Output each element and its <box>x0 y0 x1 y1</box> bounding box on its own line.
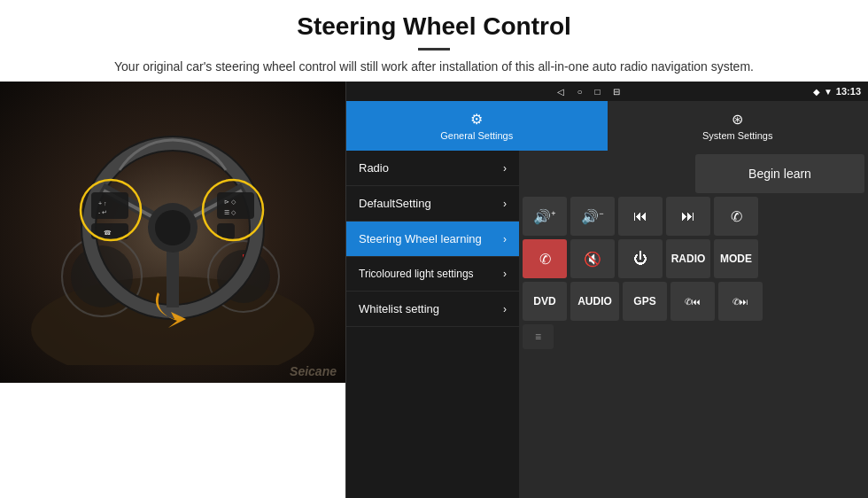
tab-system[interactable]: ⊛ System Settings <box>608 101 869 151</box>
screenshot-icon[interactable]: ⊟ <box>613 87 620 97</box>
vol-up-button[interactable]: 🔊+ <box>523 197 567 236</box>
tel-next-button[interactable]: ✆⏭ <box>718 282 763 321</box>
android-panel-wrapper: ◁ ○ □ ⊟ ◆ ▼ 13:13 ⚙ General Sett <box>345 82 868 498</box>
car-background: + ↑ - ↵ ☎ ⊳ ◇ ☰ ◇ Seicane <box>0 82 345 383</box>
control-row-3: DVD AUDIO GPS ✆⏮ <box>523 282 864 321</box>
menu-arrow-steering: › <box>503 233 507 245</box>
svg-text:⊳ ◇: ⊳ ◇ <box>224 198 236 205</box>
menu-item-default[interactable]: DefaultSetting › <box>346 186 519 222</box>
tel-prev-button[interactable]: ✆⏮ <box>670 282 715 321</box>
subtitle: Your original car's steering wheel contr… <box>18 58 850 76</box>
svg-rect-19 <box>217 192 254 219</box>
system-settings-icon: ⊛ <box>732 111 743 128</box>
menu-arrow-tricoloured: › <box>503 268 507 280</box>
title-divider <box>418 48 450 51</box>
dvd-button[interactable]: DVD <box>523 282 567 321</box>
page-wrapper: Steering Wheel Control Your original car… <box>0 0 868 498</box>
svg-text:☎: ☎ <box>104 230 112 236</box>
power-button[interactable]: ⏻ <box>618 239 663 278</box>
menu-arrow-radio: › <box>503 162 507 175</box>
menu-tricoloured-label: Tricoloured light settings <box>359 268 474 280</box>
prev-track-icon: ⏮ <box>633 208 647 224</box>
header-section: Steering Wheel Control Your original car… <box>0 0 868 82</box>
svg-point-13 <box>155 210 190 245</box>
menu-steering-label: Steering Wheel learning <box>359 232 482 245</box>
begin-learn-spacer <box>523 154 692 193</box>
location-icon: ◆ <box>813 87 820 97</box>
car-image-panel: + ↑ - ↵ ☎ ⊳ ◇ ☰ ◇ Seicane <box>0 82 345 383</box>
mute-button[interactable]: 🔇 <box>570 239 615 278</box>
tab-system-label: System Settings <box>702 130 772 141</box>
svg-text:+ ↑: + ↑ <box>98 200 107 206</box>
audio-button[interactable]: AUDIO <box>570 282 619 321</box>
status-icons-right: ◆ ▼ 13:13 <box>813 86 861 97</box>
begin-learn-button[interactable]: Begin learn <box>695 154 864 193</box>
mute-icon: 🔇 <box>584 251 601 268</box>
recents-icon[interactable]: □ <box>594 87 600 97</box>
tel-prev-icon: ✆⏮ <box>685 297 701 307</box>
steering-wheel-svg: + ↑ - ↵ ☎ ⊳ ◇ ☰ ◇ <box>31 99 314 365</box>
menu-arrow-whitelist: › <box>503 303 507 315</box>
signal-icon: ▼ <box>824 87 833 97</box>
svg-text:☰ ◇: ☰ ◇ <box>224 209 236 215</box>
mode-label: MODE <box>720 253 752 265</box>
home-icon[interactable]: ○ <box>577 87 582 97</box>
next-track-icon: ⏭ <box>681 208 695 224</box>
menu-default-label: DefaultSetting <box>359 197 431 210</box>
menu-item-steering[interactable]: Steering Wheel learning › <box>346 222 519 257</box>
menu-whitelist-label: Whitelist setting <box>359 302 439 315</box>
vol-down-icon: 🔊− <box>581 208 603 225</box>
radio-button[interactable]: RADIO <box>666 239 710 278</box>
list-button[interactable]: ≡ <box>523 324 554 349</box>
vol-up-icon: 🔊+ <box>533 208 555 225</box>
svg-rect-14 <box>91 192 128 219</box>
main-content: Radio › DefaultSetting › Steering Wheel … <box>346 151 868 498</box>
status-time: 13:13 <box>836 86 861 97</box>
begin-learn-row: Begin learn <box>523 154 864 193</box>
control-row-2: ✆ 🔇 ⏻ RADIO MOD <box>523 239 864 278</box>
back-icon[interactable]: ◁ <box>557 87 564 97</box>
phone-answer-button[interactable]: ✆ <box>714 197 758 236</box>
general-settings-icon: ⚙ <box>470 111 483 128</box>
menu-item-tricoloured[interactable]: Tricoloured light settings › <box>346 257 519 292</box>
menu-item-whitelist[interactable]: Whitelist setting › <box>346 292 519 327</box>
phone-icon: ✆ <box>731 208 742 225</box>
mode-button[interactable]: MODE <box>714 239 758 278</box>
control-row-1: 🔊+ 🔊− ⏮ ⏭ ✆ <box>523 197 864 236</box>
prev-track-button[interactable]: ⏮ <box>618 197 663 236</box>
menu-item-radio[interactable]: Radio › <box>346 151 519 186</box>
content-section: + ↑ - ↵ ☎ ⊳ ◇ ☰ ◇ Seicane <box>0 82 868 498</box>
tab-bar: ⚙ General Settings ⊛ System Settings <box>346 101 868 151</box>
gps-button[interactable]: GPS <box>623 282 667 321</box>
control-row-4: ≡ <box>523 324 864 349</box>
control-panel: Begin learn 🔊+ 🔊− ⏮ <box>519 151 868 498</box>
status-bar: ◁ ○ □ ⊟ ◆ ▼ 13:13 <box>346 82 868 101</box>
tab-general-label: General Settings <box>440 130 513 141</box>
android-panel: ◁ ○ □ ⊟ ◆ ▼ 13:13 ⚙ General Sett <box>345 82 868 498</box>
svg-text:- ↵: - ↵ <box>98 209 107 215</box>
tab-general[interactable]: ⚙ General Settings <box>346 101 608 151</box>
list-icon: ≡ <box>535 331 541 343</box>
menu-panel: Radio › DefaultSetting › Steering Wheel … <box>346 151 519 498</box>
audio-label: AUDIO <box>577 295 612 307</box>
next-track-button[interactable]: ⏭ <box>666 197 710 236</box>
gps-label: GPS <box>633 295 655 307</box>
page-title: Steering Wheel Control <box>18 12 850 41</box>
status-bar-nav: ◁ ○ □ ⊟ <box>353 87 806 97</box>
menu-radio-label: Radio <box>359 161 389 175</box>
radio-label: RADIO <box>671 253 706 265</box>
dvd-label: DVD <box>533 295 555 307</box>
power-icon: ⏻ <box>633 251 647 267</box>
menu-arrow-default: › <box>503 198 507 210</box>
watermark: Seicane <box>290 364 337 378</box>
vol-down-button[interactable]: 🔊− <box>570 197 615 236</box>
tel-next-icon: ✆⏭ <box>732 297 748 307</box>
hangup-icon: ✆ <box>539 251 551 268</box>
phone-hangup-button[interactable]: ✆ <box>523 239 567 278</box>
